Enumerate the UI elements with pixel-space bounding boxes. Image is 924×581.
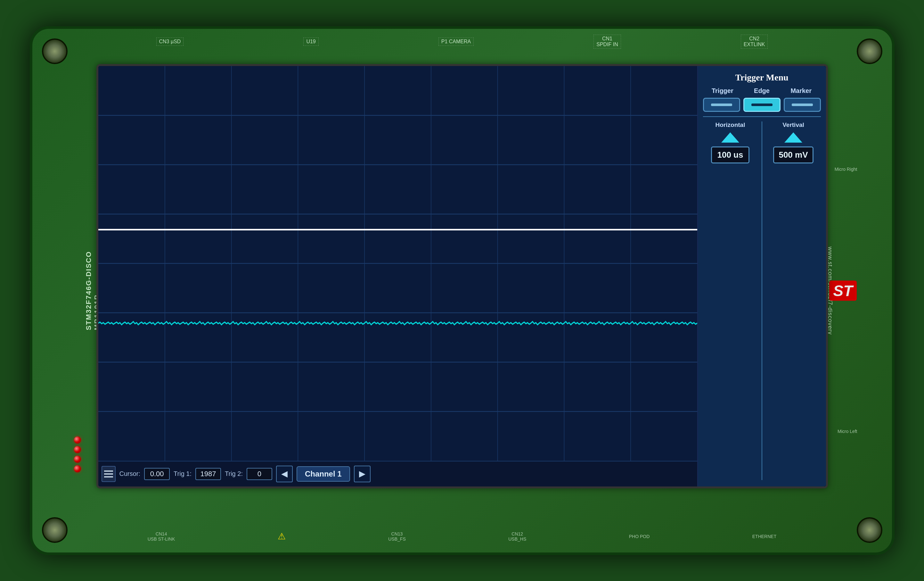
vertical-value[interactable]: 500 mV <box>773 146 813 164</box>
controls-divider <box>762 121 762 480</box>
corner-hole-tl <box>42 38 68 64</box>
corner-hole-br <box>857 517 882 543</box>
channel-btn[interactable]: Channel 1 <box>297 466 350 482</box>
trigger-btn[interactable] <box>703 98 740 112</box>
trigger-col-label-1: Edge <box>742 87 782 94</box>
trigger-col-label-0: Trigger <box>703 87 742 94</box>
connector-u19: U19 <box>303 38 318 46</box>
led-4 <box>74 465 81 472</box>
controls-row: Horizontal 100 us Vertival 500 mV <box>703 121 821 480</box>
trigger-col-label-2: Marker <box>782 87 821 94</box>
corner-hole-tr <box>857 38 882 64</box>
trigger-menu-title: Trigger Menu <box>703 73 821 83</box>
micro-left-label: Micro Left <box>838 429 857 434</box>
connector-usb-stlink: CN14USB ST-LINK <box>148 531 175 541</box>
connector-cn2-extlink: CN2EXTLINK <box>741 35 768 49</box>
vertical-up-arrow[interactable] <box>784 132 802 142</box>
osc-panel: Cursor: 0.00 Trig 1: 1987 Trig 2: 0 ◀ Ch… <box>98 66 698 487</box>
connector-cn1-spdif: CN1SPDIF IN <box>594 35 621 49</box>
trig1-label: Trig 1: <box>173 470 191 477</box>
connector-cn13-usbfs: CN13USB_FS <box>388 531 406 541</box>
trigger-col-labels: Trigger Edge Marker <box>703 87 821 94</box>
marker-btn-inner <box>792 104 813 106</box>
connector-ethernet: ETHERNET <box>752 534 776 539</box>
led-2 <box>74 446 81 453</box>
edge-btn-inner <box>751 104 772 106</box>
trigger-panel: Trigger Menu Trigger Edge Marker <box>698 66 826 487</box>
connector-p1-camera: P1 CAMERA <box>439 38 474 46</box>
led-1 <box>74 437 81 444</box>
cursor-value[interactable]: 0.00 <box>144 468 170 480</box>
trigger-btn-inner <box>711 104 732 106</box>
horizontal-value[interactable]: 100 us <box>711 146 749 164</box>
connector-phopod: PHO POD <box>629 534 650 539</box>
marker-btn[interactable] <box>784 98 821 112</box>
horizontal-label: Horizontal <box>716 121 745 129</box>
cursor-label: Cursor: <box>119 470 140 477</box>
lcd-screen: Cursor: 0.00 Trig 1: 1987 Trig 2: 0 ◀ Ch… <box>96 64 828 488</box>
menu-line-2 <box>104 473 113 475</box>
trigger-buttons <box>703 98 821 112</box>
led-3 <box>74 456 81 463</box>
menu-icon[interactable] <box>102 466 116 482</box>
oscilloscope-display: Cursor: 0.00 Trig 1: 1987 Trig 2: 0 ◀ Ch… <box>98 66 826 487</box>
bottom-bar: Cursor: 0.00 Trig 1: 1987 Trig 2: 0 ◀ Ch… <box>98 461 697 487</box>
st-logo: ST <box>829 280 856 301</box>
grid-overlay <box>98 66 697 461</box>
trig2-value[interactable]: 0 <box>247 468 272 480</box>
trig2-label: Trig 2: <box>225 470 243 477</box>
menu-line-1 <box>104 470 113 472</box>
led-group <box>74 437 81 472</box>
bottom-connectors: CN14USB ST-LINK ⚠ CN13USB_FS CN12USB_HS … <box>96 527 828 546</box>
vertical-label: Vertival <box>782 121 804 129</box>
left-arrow-btn[interactable]: ◀ <box>276 466 293 482</box>
connector-warning: ⚠ <box>278 531 286 541</box>
menu-line-3 <box>104 476 113 477</box>
connector-cn12-usbhs: CN12USB_HS <box>508 531 526 541</box>
horizontal-col: Horizontal 100 us <box>703 121 758 164</box>
trig1-value[interactable]: 1987 <box>195 468 221 480</box>
micro-right-label: Micro Right <box>835 167 857 172</box>
connector-cn3: CN3 µSD <box>156 38 184 46</box>
stm32-board: STM32F746G-DISCO MB1191B www.st.com/stm3… <box>30 26 894 555</box>
horizontal-up-arrow[interactable] <box>721 132 739 142</box>
edge-btn[interactable] <box>743 98 780 112</box>
right-arrow-btn[interactable]: ▶ <box>354 466 371 482</box>
top-connectors: CN3 µSD U19 P1 CAMERA CN1SPDIF IN CN2EXT… <box>96 35 828 49</box>
corner-hole-bl <box>42 517 68 543</box>
vertical-col: Vertival 500 mV <box>766 121 821 164</box>
divider <box>703 116 821 117</box>
